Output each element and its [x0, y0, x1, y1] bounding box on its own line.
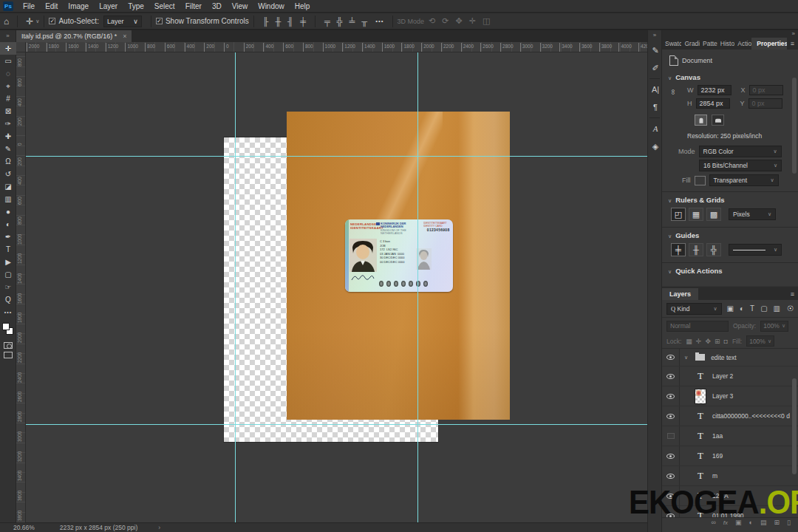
id-card-image[interactable]: NEDERLANDSE IDENTITEITSKAART KONINKRIJK …: [345, 219, 453, 292]
eyedropper-tool-icon[interactable]: ✑: [0, 117, 16, 130]
bit-depth-dropdown[interactable]: 16 Bits/Channel∨: [699, 160, 782, 171]
guide-horizontal[interactable]: [26, 156, 647, 157]
lock-icon-2[interactable]: ✥: [705, 338, 711, 345]
distribute-icon-0[interactable]: ╤: [324, 17, 330, 26]
color-swatches[interactable]: [0, 321, 16, 339]
lasso-tool-icon[interactable]: ◌: [0, 67, 16, 80]
distribute-icon-3[interactable]: ╥: [361, 17, 367, 26]
eye-icon[interactable]: [666, 474, 675, 479]
character-panel-icon[interactable]: A|: [648, 81, 663, 98]
visibility-cell[interactable]: [662, 426, 680, 446]
visibility-cell[interactable]: [662, 366, 680, 386]
filter-icon-4[interactable]: ▥: [774, 304, 780, 313]
panel-tab-swatc[interactable]: Swatc: [662, 38, 681, 50]
path-selection-tool-icon[interactable]: ▶: [0, 256, 16, 268]
move-tool-icon[interactable]: ✛: [0, 42, 16, 55]
panel-tab-actio[interactable]: Actio: [734, 38, 751, 50]
align-icon-0[interactable]: ╟: [263, 17, 269, 26]
color-mode-dropdown[interactable]: RGB Color∨: [699, 146, 782, 157]
visibility-cell[interactable]: [662, 349, 680, 366]
frame-tool-icon[interactable]: ⊠: [0, 105, 16, 117]
document-tab[interactable]: Italy id.psd @ 20.7% (RGB/16) * ×: [16, 30, 132, 42]
panel-menu-icon[interactable]: ≡: [787, 290, 798, 300]
eye-icon[interactable]: [666, 374, 675, 379]
chevron-down-icon[interactable]: ∨: [35, 18, 39, 24]
menu-item-image[interactable]: Image: [63, 0, 94, 13]
collapse-toolbar-icon[interactable]: »: [0, 30, 16, 42]
rulers-grids-button-1[interactable]: ▦: [689, 208, 703, 221]
3d-mode-icon-2[interactable]: ✥: [456, 16, 463, 26]
guide-style-dropdown[interactable]: ∨: [729, 244, 782, 256]
home-icon[interactable]: ⌂: [0, 16, 13, 27]
guides-section-header[interactable]: ∨Guides: [668, 231, 699, 239]
visibility-cell[interactable]: [662, 446, 680, 466]
edit-toolbar-icon[interactable]: •••: [0, 306, 16, 318]
crop-tool-icon[interactable]: #: [0, 92, 16, 105]
align-icon-3[interactable]: ╪: [300, 17, 306, 26]
hand-tool-icon[interactable]: ☞: [0, 281, 16, 293]
lock-icon-4[interactable]: ◘: [723, 338, 727, 345]
menu-item-window[interactable]: Window: [253, 0, 290, 13]
layer-row[interactable]: T1aa: [662, 426, 798, 446]
glyphs-panel-icon[interactable]: A: [648, 120, 663, 137]
panel-tab-gradi[interactable]: Gradi: [681, 38, 700, 50]
horizontal-ruler[interactable]: 2000180016001400120010008006004002000200…: [26, 42, 647, 52]
visibility-cell[interactable]: [662, 406, 680, 426]
quick-actions-section-header[interactable]: ∨Quick Actions: [668, 267, 723, 275]
layers-scrollbar[interactable]: [792, 378, 797, 474]
distribute-icon-1[interactable]: ╬: [337, 17, 343, 26]
3d-mode-icon-4[interactable]: ◫: [482, 16, 490, 26]
eye-icon[interactable]: [666, 414, 675, 419]
marquee-tool-icon[interactable]: ▭: [0, 55, 16, 67]
guides-button-2[interactable]: ╬: [706, 243, 721, 256]
chevron-down-icon[interactable]: ∨: [684, 355, 688, 361]
collapse-dock-icon[interactable]: »: [792, 30, 795, 37]
layer-row[interactable]: T169: [662, 446, 798, 466]
healing-brush-tool-icon[interactable]: ✚: [0, 130, 16, 143]
landscape-orientation-button[interactable]: [712, 115, 724, 126]
zoom-tool-icon[interactable]: Q: [0, 293, 16, 306]
filter-icon-2[interactable]: T: [750, 304, 754, 313]
menu-item-3d[interactable]: 3D: [207, 0, 227, 13]
filter-icon-0[interactable]: ▣: [727, 304, 734, 313]
object-selection-tool-icon[interactable]: ⌖: [0, 80, 16, 92]
type-tool-icon[interactable]: T: [0, 243, 16, 256]
lock-icon-3[interactable]: ⊞: [715, 338, 720, 345]
gradient-tool-icon[interactable]: ▥: [0, 193, 16, 205]
rulers-grids-button-0[interactable]: ◰: [671, 208, 686, 221]
menu-item-view[interactable]: View: [227, 0, 253, 13]
status-arrow-icon[interactable]: ›: [158, 524, 160, 531]
eye-icon[interactable]: [666, 355, 675, 360]
menu-item-type[interactable]: Type: [123, 0, 149, 13]
canvas-section-header[interactable]: ∨Canvas: [668, 73, 700, 81]
width-field[interactable]: 2232 px: [698, 85, 732, 95]
guides-button-1[interactable]: ╫: [689, 243, 703, 256]
3d-mode-icon-0[interactable]: ⟲: [429, 16, 435, 26]
properties-scrollbar[interactable]: [792, 78, 797, 174]
menu-item-file[interactable]: File: [18, 0, 40, 13]
screen-mode-icon[interactable]: [4, 352, 13, 358]
units-dropdown[interactable]: Pixels∨: [729, 208, 776, 220]
brush-settings-panel-icon[interactable]: ✎: [648, 41, 663, 59]
menu-item-help[interactable]: Help: [290, 0, 316, 13]
brushes-panel-icon[interactable]: ✐: [648, 59, 663, 77]
layer-thumbnail[interactable]: [695, 389, 706, 404]
portrait-orientation-button[interactable]: [695, 115, 707, 126]
guide-horizontal[interactable]: [26, 424, 647, 425]
fill-swatch[interactable]: [695, 176, 706, 185]
paragraph-panel-icon[interactable]: ¶: [648, 98, 663, 116]
menu-item-edit[interactable]: Edit: [40, 0, 63, 13]
3d-mode-icon-3[interactable]: ✛: [469, 16, 476, 26]
show-transform-checkbox[interactable]: ✓: [156, 18, 163, 24]
eye-hidden-icon[interactable]: [667, 433, 675, 439]
menu-item-layer[interactable]: Layer: [94, 0, 123, 13]
distribute-icon-2[interactable]: ╧: [349, 17, 355, 26]
filter-icon-3[interactable]: ▢: [760, 304, 767, 313]
canvas-viewport[interactable]: NEDERLANDSE IDENTITEITSKAART KONINKRIJK …: [26, 52, 647, 522]
guide-vertical[interactable]: [235, 52, 236, 522]
eye-icon[interactable]: [666, 394, 675, 399]
guide-vertical[interactable]: [417, 52, 418, 522]
shape-tool-icon[interactable]: ▢: [0, 268, 16, 281]
foreground-color-swatch[interactable]: [2, 323, 10, 330]
panel-tab-histo[interactable]: Histo: [717, 38, 734, 50]
